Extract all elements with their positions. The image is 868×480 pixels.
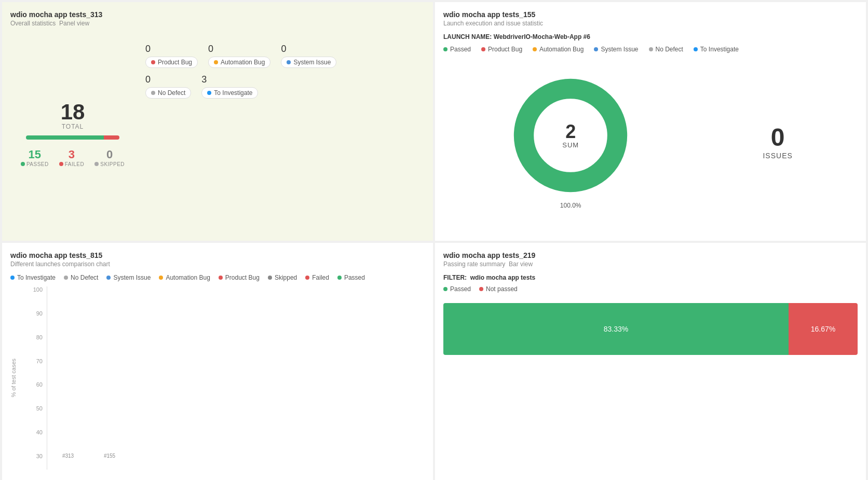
y-label-100: 100 xyxy=(33,286,43,293)
skipped-stat: 0 SKIPPED xyxy=(94,148,125,167)
w4-not-passed-dot xyxy=(479,287,483,291)
w3-legend-automation-bug: Automation Bug xyxy=(159,274,210,281)
legend-passed: Passed xyxy=(443,46,471,53)
to-investigate-badge: To Investigate xyxy=(201,87,258,99)
widget-passing-rate: wdio mocha app tests_219 Passing rate su… xyxy=(435,243,866,480)
legend-product-bug-dot xyxy=(481,47,485,51)
legend-automation-bug: Automation Bug xyxy=(533,46,584,53)
widget2-title: wdio mocha app tests_155 xyxy=(443,10,858,19)
w3-legend-product-bug: Product Bug xyxy=(219,274,260,281)
automation-bug-count: 0 xyxy=(208,44,270,54)
product-bug-dot xyxy=(151,60,155,64)
defect-row-2: 0 No Defect 3 To Investigate xyxy=(145,74,414,99)
passing-bar: 83.33% 16.67% xyxy=(443,303,858,355)
legend-system-issue: System Issue xyxy=(594,46,638,53)
w4-passed-dot xyxy=(443,287,447,291)
passed-stat: 15 PASSED xyxy=(21,148,49,167)
widget3-legend: To Investigate No Defect System Issue Au… xyxy=(10,274,425,281)
system-issue-badge: System Issue xyxy=(281,57,336,68)
legend-no-defect: No Defect xyxy=(649,46,683,53)
y-label-50: 50 xyxy=(36,405,43,412)
failed-dot xyxy=(59,162,63,166)
defect-to-investigate: 3 To Investigate xyxy=(201,74,258,99)
w3-legend-failed: Failed xyxy=(305,274,329,281)
bars-container: #313 #155 xyxy=(47,286,68,459)
to-investigate-count: 3 xyxy=(201,74,258,85)
defect-product-bug: 0 Product Bug xyxy=(145,44,198,68)
widget3-title: wdio mocha app tests_815 xyxy=(10,251,425,259)
widget-launches-comparison: wdio mocha app tests_815 Different launc… xyxy=(2,243,433,480)
stats-row: 15 PASSED 3 FAILED 0 xyxy=(21,148,125,167)
w3-legend-no-defect: No Defect xyxy=(64,274,98,281)
widget2-chart-area: 2 SUM 100.0% 0 ISSUES xyxy=(443,61,858,221)
bar-label-2: #155 xyxy=(104,453,115,459)
widget1-title: wdio mocha app tests_313 xyxy=(10,10,425,19)
widget4-title: wdio mocha app tests_219 xyxy=(443,251,858,259)
bar-group-2: #155 xyxy=(99,450,120,459)
chart-with-yaxis: % of test cases 100 90 80 70 60 50 40 30 xyxy=(10,286,47,470)
donut-sum-number: 2 xyxy=(562,122,579,141)
y-axis-label: % of test cases xyxy=(10,359,17,397)
y-label-80: 80 xyxy=(36,334,43,340)
widget2-legend: Passed Product Bug Automation Bug System… xyxy=(443,46,858,53)
y-label-70: 70 xyxy=(36,358,43,364)
failed-label: FAILED xyxy=(59,161,84,167)
legend-system-issue-dot xyxy=(594,47,598,51)
widget-overall-statistics: wdio mocha app tests_313 Overall statist… xyxy=(2,2,433,241)
w4-legend-passed: Passed xyxy=(443,285,471,293)
progress-bar xyxy=(26,135,119,140)
widget2-subtitle: Launch execution and issue statistic xyxy=(443,20,858,27)
to-investigate-dot xyxy=(207,91,211,95)
failed-stat: 3 FAILED xyxy=(59,148,84,167)
w3-legend-passed: Passed xyxy=(337,274,365,281)
no-defect-badge: No Defect xyxy=(145,87,191,99)
not-passed-segment: 16.67% xyxy=(789,303,858,355)
defect-row-1: 0 Product Bug 0 Automation Bug xyxy=(145,44,414,68)
y-axis: 100 90 80 70 60 50 40 30 xyxy=(21,286,47,470)
bar-group-1: #313 xyxy=(58,450,78,459)
widget3-chart: % of test cases 100 90 80 70 60 50 40 30 xyxy=(10,286,425,470)
no-defect-count: 0 xyxy=(145,74,191,85)
w4-legend-not-passed: Not passed xyxy=(479,285,518,293)
no-defect-dot xyxy=(151,91,155,95)
y-label-30: 30 xyxy=(36,453,43,459)
widget4-legend: Passed Not passed xyxy=(443,285,858,293)
legend-product-bug: Product Bug xyxy=(481,46,522,53)
issues-label: ISSUES xyxy=(763,152,792,160)
failed-count: 3 xyxy=(69,148,75,161)
donut-percent: 100.0% xyxy=(560,202,581,209)
legend-no-defect-dot xyxy=(649,47,653,51)
y-label-40: 40 xyxy=(36,429,43,435)
bar-label-1: #313 xyxy=(62,453,74,459)
launch-name-row: LAUNCH NAME: WebdriverIO-Mocha-Web-App #… xyxy=(443,33,858,40)
defect-system-issue: 0 System Issue xyxy=(281,44,336,68)
y-label-60: 60 xyxy=(36,381,43,388)
chart-body: #313 #155 xyxy=(47,286,47,470)
widget1-defects: 0 Product Bug 0 Automation Bug xyxy=(135,33,425,235)
total-number: 18 xyxy=(61,101,85,123)
defect-no-defect: 0 No Defect xyxy=(145,74,191,99)
failed-bar-segment xyxy=(104,135,119,140)
passed-segment: 83.33% xyxy=(443,303,789,355)
passed-dot xyxy=(21,162,25,166)
widget-launch-execution: wdio mocha app tests_155 Launch executio… xyxy=(435,2,866,241)
passed-label: PASSED xyxy=(21,161,49,167)
legend-passed-dot xyxy=(443,47,447,51)
issues-box: 0 ISSUES xyxy=(763,123,792,160)
widget1-subtitle: Overall statistics Panel view xyxy=(10,20,425,27)
filter-row: FILTER: wdio mocha app tests xyxy=(443,274,858,281)
skipped-label: SKIPPED xyxy=(94,161,125,167)
automation-bug-badge: Automation Bug xyxy=(208,57,270,68)
widget1-content: 18 TOTAL 15 PASSED 3 xyxy=(10,33,425,235)
system-issue-dot xyxy=(287,60,291,64)
widget4-subtitle: Passing rate summary Bar view xyxy=(443,260,858,268)
legend-automation-bug-dot xyxy=(533,47,537,51)
y-label-90: 90 xyxy=(36,310,43,317)
passed-count: 15 xyxy=(29,148,41,161)
legend-to-investigate-dot xyxy=(694,47,698,51)
w3-legend-system-issue: System Issue xyxy=(106,274,151,281)
total-label: TOTAL xyxy=(62,123,84,130)
w3-legend-skipped: Skipped xyxy=(268,274,297,281)
widget3-subtitle: Different launches comparison chart xyxy=(10,260,425,268)
widget1-left: 18 TOTAL 15 PASSED 3 xyxy=(10,33,135,235)
